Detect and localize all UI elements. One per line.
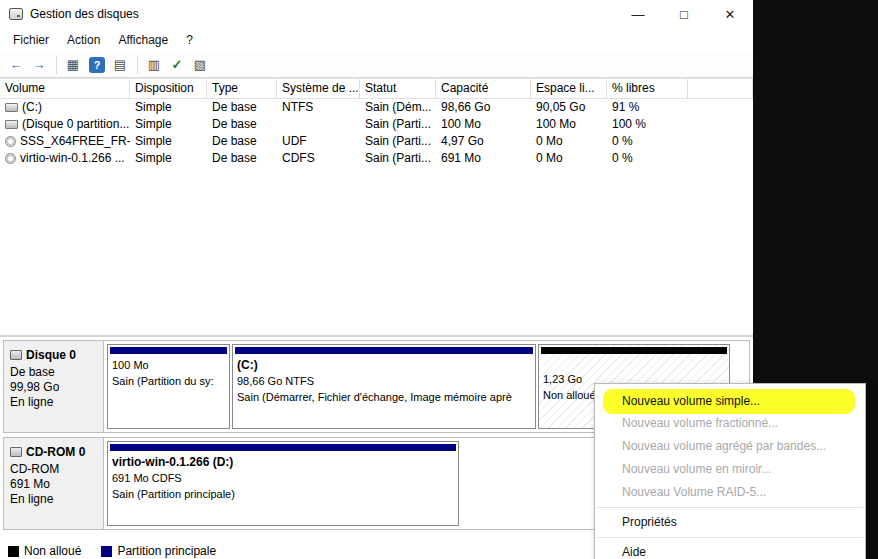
context-menu: Nouveau volume simple... Nouveau volume … <box>594 383 866 559</box>
cell-filesystem: CDFS <box>277 150 360 167</box>
partition-stripe <box>110 444 456 451</box>
check-icon[interactable]: ✓ <box>166 55 188 75</box>
drive-icon <box>5 120 18 129</box>
minimize-button[interactable]: — <box>615 0 661 29</box>
disk0-status: En ligne <box>10 395 97 410</box>
partition-stripe <box>110 347 227 354</box>
cell-espace-libre: 100 Mo <box>531 116 607 133</box>
cdrom0-name: CD-ROM 0 <box>26 445 85 459</box>
menu-item-nouveau-volume-raid5: Nouveau Volume RAID-5... <box>595 481 865 504</box>
cell-statut: Sain (Dém... <box>360 99 436 116</box>
partition-name: virtio-win-0.1.266 (D:) <box>112 454 458 470</box>
partition-system-reserved[interactable]: 100 Mo Sain (Partition du sy: <box>107 344 230 429</box>
title-bar[interactable]: Gestion des disques — □ ✕ <box>0 0 753 29</box>
cell-filesystem <box>277 116 360 133</box>
cell-type: De base <box>207 150 277 167</box>
table-row[interactable]: virtio-win-0.1.266 ... Simple De base CD… <box>0 150 753 167</box>
disk0-size: 99,98 Go <box>10 380 97 395</box>
column-header-type[interactable]: Type <box>207 79 277 98</box>
forward-icon[interactable]: → <box>28 55 50 75</box>
cd-icon <box>5 136 16 147</box>
menu-item-nouveau-volume-fractionne: Nouveau volume fractionné... <box>595 412 865 435</box>
partition-status: Sain (Partition principale) <box>112 486 458 502</box>
table-row[interactable]: SSS_X64FREE_FR-F... Simple De base UDF S… <box>0 133 753 150</box>
partition-stripe <box>541 347 727 354</box>
menu-bar: Fichier Action Affichage ? <box>0 29 753 52</box>
list-header: Volume Disposition Type Système de ... S… <box>0 79 753 99</box>
cell-volume: (C:) <box>22 99 42 116</box>
drive-icon <box>5 103 18 112</box>
menu-separator <box>597 537 863 538</box>
cell-statut: Sain (Parti... <box>360 150 436 167</box>
column-header-statut[interactable]: Statut <box>360 79 436 98</box>
cell-capacite: 4,97 Go <box>436 133 531 150</box>
back-icon[interactable]: ← <box>5 55 27 75</box>
column-header-volume[interactable]: Volume <box>0 79 130 98</box>
column-header-disposition[interactable]: Disposition <box>130 79 207 98</box>
legend-label-unallocated: Non alloué <box>24 544 81 558</box>
cell-disposition: Simple <box>130 150 207 167</box>
action-pane-icon[interactable]: ▥ <box>143 55 165 75</box>
console-tree-icon[interactable]: ▦ <box>62 55 84 75</box>
disk0-type: De base <box>10 365 97 380</box>
toolbar-separator <box>137 56 138 74</box>
cell-capacite: 691 Mo <box>436 150 531 167</box>
volume-list-pane: Volume Disposition Type Système de ... S… <box>0 78 753 337</box>
maximize-button[interactable]: □ <box>661 0 707 29</box>
menu-item-nouveau-volume-simple[interactable]: Nouveau volume simple... <box>595 389 865 412</box>
cell-statut: Sain (Parti... <box>360 133 436 150</box>
column-header-capacite[interactable]: Capacité <box>436 79 531 98</box>
export-list-icon[interactable]: ▤ <box>109 55 131 75</box>
cell-type: De base <box>207 116 277 133</box>
column-header-pct-libres[interactable]: % libres <box>607 79 688 98</box>
menu-fichier[interactable]: Fichier <box>4 29 58 52</box>
cell-pct-libres: 91 % <box>607 99 688 116</box>
cell-volume: (Disque 0 partition... <box>22 116 129 133</box>
close-button[interactable]: ✕ <box>707 0 753 29</box>
partition-status: Sain (Démarrer, Fichier d'échange, Image… <box>237 389 535 405</box>
cell-capacite: 100 Mo <box>436 116 531 133</box>
partition-size: 100 Mo <box>112 357 229 373</box>
cell-espace-libre: 0 Mo <box>531 133 607 150</box>
cdrom0-size: 691 Mo <box>10 477 97 492</box>
table-row[interactable]: (C:) Simple De base NTFS Sain (Dém... 98… <box>0 99 753 116</box>
cell-disposition: Simple <box>130 99 207 116</box>
disk-icon <box>10 350 22 360</box>
menu-affichage[interactable]: Affichage <box>109 29 177 52</box>
cdrom-icon <box>10 447 22 457</box>
properties-icon[interactable]: ▧ <box>189 55 211 75</box>
cell-type: De base <box>207 99 277 116</box>
menu-separator <box>597 507 863 508</box>
menu-item-aide[interactable]: Aide <box>595 541 865 559</box>
cell-capacite: 98,66 Go <box>436 99 531 116</box>
cell-pct-libres: 0 % <box>607 133 688 150</box>
help-icon[interactable]: ? <box>89 57 105 73</box>
menu-help[interactable]: ? <box>177 29 202 52</box>
cdrom0-label-panel[interactable]: CD-ROM 0 CD-ROM 691 Mo En ligne <box>4 438 104 529</box>
partition-name: (C:) <box>237 357 535 373</box>
disk0-label-panel[interactable]: Disque 0 De base 99,98 Go En ligne <box>4 341 104 432</box>
cell-volume: virtio-win-0.1.266 ... <box>20 150 125 167</box>
partition-d-drive[interactable]: virtio-win-0.1.266 (D:) 691 Mo CDFS Sain… <box>107 441 459 526</box>
legend: Non alloué Partition principale <box>8 544 216 558</box>
column-header-filler <box>688 79 753 98</box>
cell-espace-libre: 0 Mo <box>531 150 607 167</box>
partition-c-drive[interactable]: (C:) 98,66 Go NTFS Sain (Démarrer, Fichi… <box>232 344 536 429</box>
partition-size: 98,66 Go NTFS <box>237 373 535 389</box>
window-title: Gestion des disques <box>30 7 139 21</box>
menu-item-nouveau-volume-miroir: Nouveau volume en miroir... <box>595 458 865 481</box>
cell-pct-libres: 100 % <box>607 116 688 133</box>
menu-item-nouveau-volume-agrege: Nouveau volume agrégé par bandes... <box>595 435 865 458</box>
menu-item-proprietes[interactable]: Propriétés <box>595 511 865 534</box>
column-header-espace-libre[interactable]: Espace li... <box>531 79 607 98</box>
menu-action[interactable]: Action <box>58 29 109 52</box>
cell-pct-libres: 0 % <box>607 150 688 167</box>
cdrom0-type: CD-ROM <box>10 462 97 477</box>
cell-type: De base <box>207 133 277 150</box>
toolbar-separator <box>56 56 57 74</box>
cell-disposition: Simple <box>130 133 207 150</box>
partition-stripe <box>235 347 533 354</box>
legend-label-primary: Partition principale <box>117 544 216 558</box>
table-row[interactable]: (Disque 0 partition... Simple De base Sa… <box>0 116 753 133</box>
column-header-filesystem[interactable]: Système de ... <box>277 79 360 98</box>
